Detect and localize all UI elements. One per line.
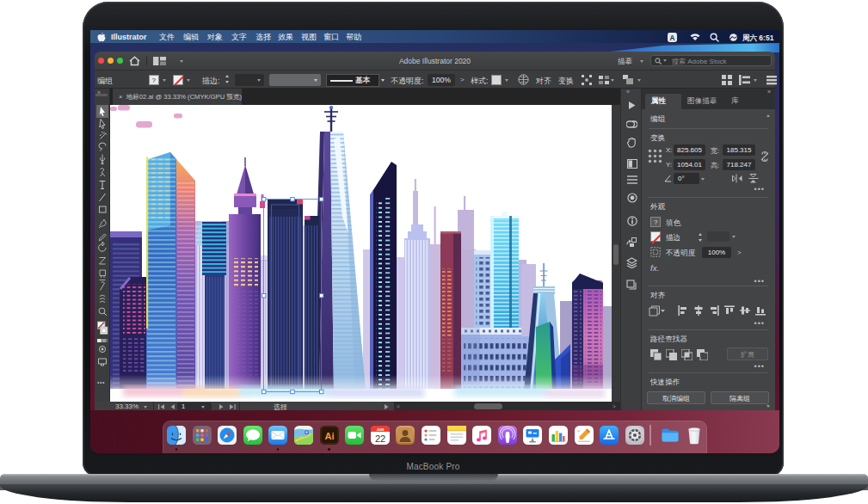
svg-text:A: A (670, 34, 675, 41)
svg-text:22: 22 (375, 433, 385, 444)
svg-text:Ai: Ai (324, 431, 334, 441)
svg-text:“: “ (577, 429, 580, 434)
svg-text:JUN: JUN (377, 427, 384, 432)
